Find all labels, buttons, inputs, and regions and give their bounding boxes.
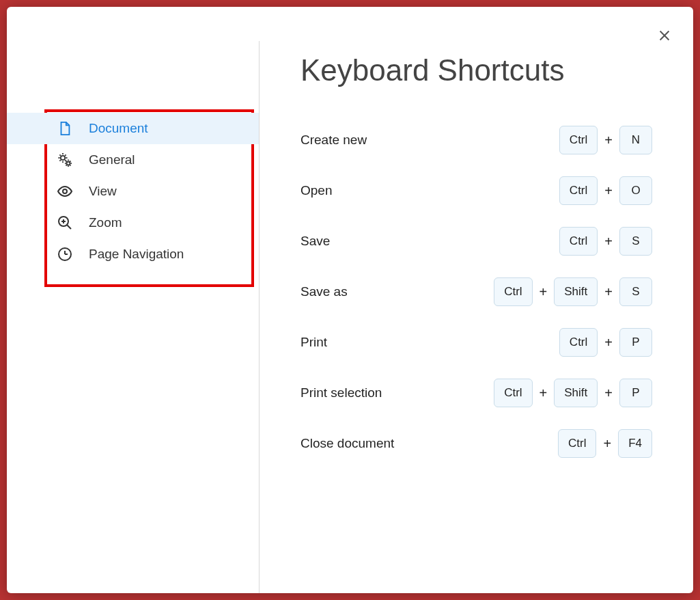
sidebar-item-label: Document — [89, 121, 148, 136]
key: P — [619, 379, 652, 407]
svg-point-4 — [63, 189, 67, 193]
shortcut-row: Save asCtrl+Shift+S — [300, 267, 652, 317]
key: Ctrl — [558, 429, 596, 458]
shortcut-label: Close document — [300, 436, 394, 451]
gear-icon — [56, 151, 74, 169]
sidebar-item-label: Page Navigation — [89, 247, 184, 262]
shortcut-label: Print — [300, 335, 327, 350]
key: Shift — [554, 277, 598, 306]
sidebar-item-label: View — [89, 184, 117, 199]
key: Ctrl — [559, 328, 598, 357]
shortcut-row: OpenCtrl+O — [300, 165, 652, 216]
shortcut-label: Save — [300, 234, 330, 249]
shortcut-row: Close documentCtrl+F4 — [300, 418, 652, 469]
clock-icon — [56, 245, 74, 263]
plus-separator: + — [604, 284, 613, 300]
svg-point-2 — [61, 156, 65, 160]
sidebar: Document General — [7, 41, 260, 593]
sidebar-item-page-navigation[interactable]: Page Navigation — [7, 238, 259, 270]
key: S — [619, 277, 652, 306]
key: N — [619, 126, 652, 154]
key: F4 — [618, 429, 652, 458]
plus-separator: + — [604, 385, 613, 401]
plus-separator: + — [540, 284, 548, 300]
shortcut-label: Print selection — [300, 385, 382, 400]
zoom-icon — [56, 214, 74, 232]
svg-line-8 — [67, 225, 71, 229]
key: Ctrl — [559, 176, 598, 205]
sidebar-item-zoom[interactable]: Zoom — [7, 207, 259, 238]
plus-separator: + — [604, 133, 613, 148]
shortcut-label: Open — [300, 183, 332, 198]
shortcut-label: Create new — [300, 133, 367, 148]
sidebar-item-label: General — [89, 152, 135, 167]
shortcut-keys: Ctrl+O — [559, 176, 652, 205]
shortcut-row: Create newCtrl+N — [300, 115, 652, 165]
svg-point-3 — [67, 162, 70, 165]
eye-icon — [56, 182, 74, 200]
shortcut-keys: Ctrl+Shift+S — [494, 277, 652, 306]
keyboard-shortcuts-dialog: Document General — [7, 7, 693, 593]
shortcut-keys: Ctrl+F4 — [558, 429, 652, 458]
shortcut-row: SaveCtrl+S — [300, 216, 652, 267]
key: Ctrl — [559, 126, 598, 154]
close-button[interactable] — [655, 27, 674, 46]
key: O — [619, 176, 652, 205]
shortcut-keys: Ctrl+P — [559, 328, 652, 357]
document-icon — [56, 120, 74, 137]
shortcut-row: PrintCtrl+P — [300, 317, 652, 368]
shortcut-keys: Ctrl+N — [559, 126, 652, 154]
shortcut-keys: Ctrl+Shift+P — [494, 379, 652, 407]
close-icon — [657, 28, 672, 46]
plus-separator: + — [604, 183, 613, 199]
plus-separator: + — [604, 335, 613, 351]
key: Ctrl — [494, 379, 532, 407]
main-panel: Keyboard Shortcuts Create newCtrl+NOpenC… — [260, 41, 693, 593]
key: P — [619, 328, 652, 357]
key: Ctrl — [559, 227, 598, 256]
page-title: Keyboard Shortcuts — [300, 53, 652, 87]
sidebar-item-label: Zoom — [89, 215, 122, 230]
key: Ctrl — [494, 277, 532, 306]
sidebar-item-general[interactable]: General — [7, 144, 259, 176]
key: S — [619, 227, 652, 256]
nav-list: Document General — [7, 106, 259, 270]
shortcut-label: Save as — [300, 284, 348, 299]
sidebar-item-document[interactable]: Document — [7, 113, 259, 144]
shortcut-keys: Ctrl+S — [559, 227, 652, 256]
plus-separator: + — [604, 234, 613, 249]
shortcut-row: Print selectionCtrl+Shift+P — [300, 368, 652, 418]
plus-separator: + — [540, 385, 548, 401]
sidebar-item-view[interactable]: View — [7, 176, 259, 207]
plus-separator: + — [603, 436, 611, 452]
shortcuts-list: Create newCtrl+NOpenCtrl+OSaveCtrl+SSave… — [300, 115, 652, 469]
key: Shift — [554, 379, 598, 407]
